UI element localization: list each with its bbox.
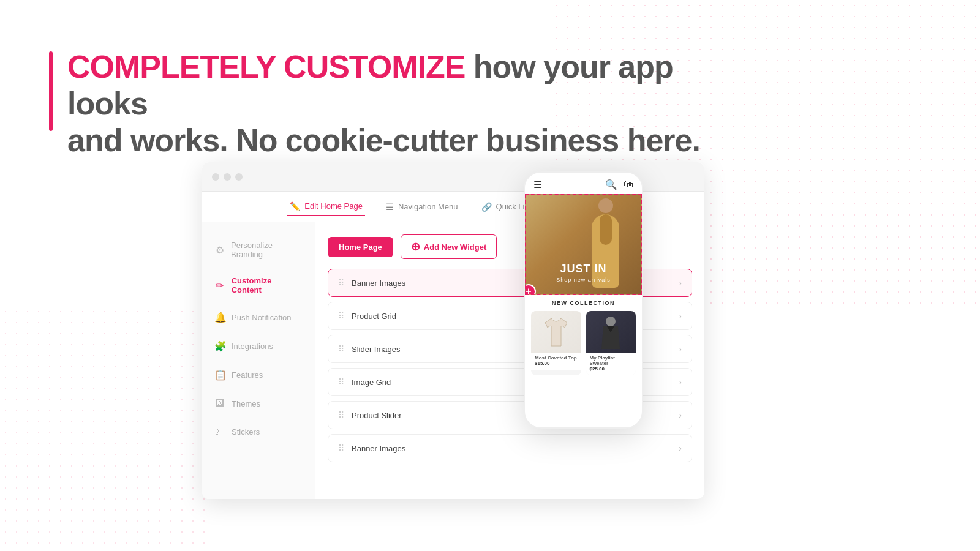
sidebar-label-personalize-branding: Personalize Branding [231,241,303,259]
sidebar-label-customize-content: Customize Content [232,276,303,294]
widget-name-5: Banner Images [352,444,679,453]
drag-icon-0: ⠿ [338,278,344,288]
drag-icon-4: ⠿ [338,410,344,420]
pencil-icon: ✏ [214,280,225,291]
hero-accent-bar [49,51,53,131]
drag-icon-3: ⠿ [338,377,344,387]
product-grid-phone: Most Coveted Top $15.00 My Playlist Swea… [531,311,636,375]
sidebar-label-push-notification: Push Notification [232,313,292,322]
hero-text: COMPLETELY CUSTOMIZE how your app looks … [67,49,741,159]
add-widget-button[interactable]: ⊕ Add New Widget [401,234,497,259]
sidebar-label-integrations: Integrations [232,342,273,351]
wrench-icon: ⚙ [214,244,225,256]
phone-banner: JUST IN Shop new arrivals + [525,194,642,295]
tab-nav-menu-label: Navigation Menu [398,202,458,211]
phone-icons-right: 🔍 🛍 [605,179,633,190]
add-widget-label: Add New Widget [424,242,486,252]
collection-title: NEW COLLECTION [531,300,636,306]
sidebar-item-personalize-branding[interactable]: ⚙ Personalize Branding [202,232,315,268]
drag-icon-2: ⠿ [338,344,344,354]
hero-line-1: COMPLETELY CUSTOMIZE how your app looks [67,49,741,122]
svg-point-0 [606,317,616,326]
chevron-right-icon-5: › [679,443,682,453]
home-page-button[interactable]: Home Page [328,237,393,257]
product-price-0: $15.00 [535,361,578,366]
puzzle-icon: 🧩 [214,340,225,352]
hero-highlight: COMPLETELY CUSTOMIZE [67,49,465,84]
product-price-1: $25.00 [590,366,633,372]
sidebar-label-stickers: Stickers [232,427,260,437]
chevron-right-icon-2: › [679,344,682,354]
cart-icon[interactable]: 🛍 [624,179,633,190]
tab-edit-home-label: Edit Home Page [304,201,363,211]
dot-red [212,173,219,181]
drag-icon-5: ⠿ [338,443,344,453]
collection-section: NEW COLLECTION Most Coveted Top $15.00 [525,295,642,379]
tab-navigation-menu[interactable]: ☰ Navigation Menu [383,198,461,216]
bg-dots-bottom-left [0,306,214,551]
product-info-0: Most Coveted Top $15.00 [531,353,581,370]
hero-line-2: and works. No cookie-cutter business her… [67,122,741,159]
clipboard-icon: 📋 [214,369,225,381]
hero-border: COMPLETELY CUSTOMIZE how your app looks … [49,49,741,159]
phone-topbar: ☰ 🔍 🛍 [525,173,642,194]
edit-icon: ✏️ [290,201,300,211]
product-image-0 [531,311,581,353]
hero-section: COMPLETELY CUSTOMIZE how your app looks … [49,49,741,159]
tag-icon: 🏷 [214,426,225,437]
sidebar-item-themes[interactable]: 🖼 Themes [202,389,315,418]
photo-icon: 🖼 [214,398,225,409]
product-card-0[interactable]: Most Coveted Top $15.00 [531,311,581,375]
menu-icon: ☰ [386,202,394,212]
dot-yellow [224,173,231,181]
sidebar-item-features[interactable]: 📋 Features [202,361,315,389]
product-name-1: My Playlist Sweater [590,355,633,366]
sidebar-item-customize-content[interactable]: ✏ Customize Content [202,268,315,303]
sidebar-item-push-notification[interactable]: 🔔 Push Notification [202,303,315,332]
sidebar: ⚙ Personalize Branding ✏ Customize Conte… [202,222,315,499]
sidebar-label-features: Features [232,370,263,380]
chevron-right-icon-3: › [679,377,682,387]
browser-dots [212,173,243,181]
sidebar-item-stickers[interactable]: 🏷 Stickers [202,418,315,446]
chevron-right-icon-1: › [679,311,682,321]
banner-title: JUST IN [526,263,641,276]
product-name-0: Most Coveted Top [535,355,578,361]
product-card-1[interactable]: My Playlist Sweater $25.00 [586,311,636,375]
banner-text-overlay: JUST IN Shop new arrivals [526,263,641,283]
main-content: Home Page ⊕ Add New Widget ⠿ Banner Imag… [315,222,704,499]
bell-icon: 🔔 [214,312,225,323]
sidebar-item-integrations[interactable]: 🧩 Integrations [202,332,315,361]
plus-icon: ⊕ [411,240,420,253]
product-info-1: My Playlist Sweater $25.00 [586,353,636,375]
search-icon[interactable]: 🔍 [605,179,617,190]
chevron-right-icon-0: › [679,278,682,288]
tab-edit-home[interactable]: ✏️ Edit Home Page [287,198,365,216]
phone-mockup: ☰ 🔍 🛍 JUST IN Shop new arrivals + NEW CO… [524,171,643,429]
product-image-1 [586,311,636,353]
banner-subtitle: Shop new arrivals [526,277,641,283]
chevron-right-icon-4: › [679,410,682,420]
drag-icon-1: ⠿ [338,311,344,321]
hamburger-icon[interactable]: ☰ [533,179,542,190]
link-icon: 🔗 [481,202,492,212]
widget-row-banner-images-2[interactable]: ⠿ Banner Images › [328,434,692,462]
sidebar-label-themes: Themes [232,399,260,408]
dot-green [235,173,243,181]
